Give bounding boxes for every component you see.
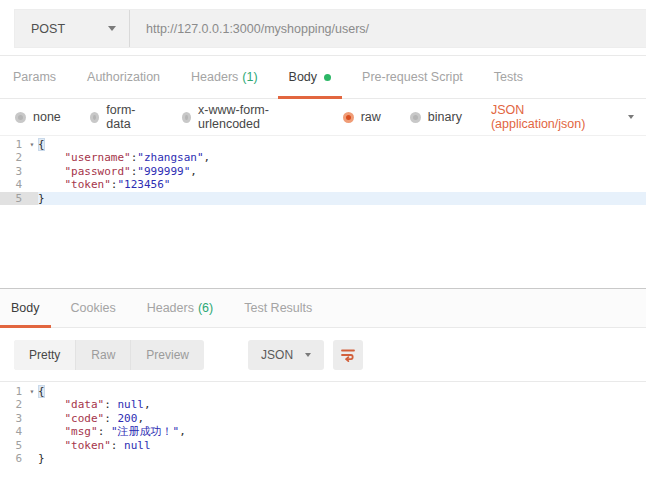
fold-caret-icon	[26, 398, 38, 411]
code-line: 5 "token": null	[0, 439, 646, 452]
line-number: 3	[0, 412, 26, 425]
response-body-editor[interactable]: 1▾{2 "data": null,3 "code": 200,4 "msg":…	[0, 382, 646, 478]
fold-caret-icon	[26, 165, 38, 178]
fold-caret-icon	[26, 192, 38, 205]
gutter: 3	[0, 165, 38, 178]
view-mode-raw[interactable]: Raw	[76, 340, 131, 370]
body-type-row: noneform-datax-www-form-urlencodedrawbin…	[0, 99, 646, 136]
tab-label: Pre-request Script	[362, 70, 463, 84]
url-section: POST http://127.0.0.1:3000/myshopping/us…	[0, 0, 646, 56]
code-text: "password":"999999",	[38, 165, 646, 178]
code-line: 2 "username":"zhangsan",	[0, 151, 646, 164]
code-line: 5}	[0, 192, 646, 205]
gutter: 5	[0, 192, 38, 205]
fold-caret-icon	[26, 439, 38, 452]
method-dropdown[interactable]: POST	[15, 10, 130, 47]
url-input[interactable]: http://127.0.0.1:3000/myshopping/users/	[130, 10, 646, 47]
tab-label: Params	[13, 70, 56, 84]
wrap-text-button[interactable]	[333, 340, 363, 370]
gutter: 5	[0, 439, 38, 452]
code-text: "token":"123456"	[38, 178, 646, 191]
tab-body[interactable]: Body	[278, 56, 343, 98]
radio-icon	[90, 112, 100, 123]
response-tab-test-results[interactable]: Test Results	[233, 289, 323, 327]
tab-headers[interactable]: Headers(1)	[180, 56, 269, 98]
code-text: }	[38, 192, 646, 205]
code-text: "username":"zhangsan",	[38, 151, 646, 164]
radio-icon	[343, 112, 354, 123]
gutter: 3	[0, 412, 38, 425]
gutter: 4	[0, 178, 38, 191]
radio-label: binary	[428, 110, 462, 124]
content-type-label: JSON (application/json)	[491, 103, 614, 131]
code-line: 3 "code": 200,	[0, 412, 646, 425]
url-text: http://127.0.0.1:3000/myshopping/users/	[146, 22, 369, 36]
request-url-bar: POST http://127.0.0.1:3000/myshopping/us…	[14, 9, 646, 48]
tab-count-badge: (6)	[198, 301, 213, 315]
radio-label: raw	[361, 110, 381, 124]
code-text: "code": 200,	[38, 412, 646, 425]
gutter: 1▾	[0, 385, 38, 398]
code-line: 4 "token":"123456"	[0, 178, 646, 191]
response-tab-body[interactable]: Body	[0, 289, 51, 327]
body-type-form-data[interactable]: form-data	[90, 103, 153, 131]
tab-authorization[interactable]: Authorization	[76, 56, 171, 98]
code-line: 4 "msg": "注册成功！",	[0, 425, 646, 438]
view-mode-segment: PrettyRawPreview	[14, 340, 204, 370]
code-line: 3 "password":"999999",	[0, 165, 646, 178]
tab-label: Headers	[147, 301, 194, 315]
gutter: 2	[0, 398, 38, 411]
code-text: "data": null,	[38, 398, 646, 411]
wrap-text-icon	[339, 346, 357, 364]
radio-icon	[182, 112, 192, 123]
response-format-dropdown[interactable]: JSON	[248, 340, 324, 370]
line-number: 5	[0, 192, 26, 205]
body-type-radios: noneform-datax-www-form-urlencodedrawbin…	[15, 103, 491, 131]
body-type-none[interactable]: none	[15, 110, 61, 124]
view-mode-preview[interactable]: Preview	[131, 340, 204, 370]
tab-label: Tests	[494, 70, 523, 84]
radio-label: form-data	[106, 103, 152, 131]
code-text: "msg": "注册成功！",	[38, 425, 646, 438]
tab-label: Cookies	[71, 301, 116, 315]
code-line: 2 "data": null,	[0, 398, 646, 411]
fold-caret-icon	[26, 151, 38, 164]
tab-tests[interactable]: Tests	[483, 56, 534, 98]
fold-caret-icon: ▾	[26, 385, 38, 398]
gutter: 1▾	[0, 138, 38, 151]
radio-icon	[15, 112, 26, 123]
tab-pre-request-script[interactable]: Pre-request Script	[351, 56, 474, 98]
line-number: 6	[0, 452, 26, 465]
body-type-raw[interactable]: raw	[343, 110, 381, 124]
code-text: }	[38, 452, 646, 465]
fold-caret-icon	[26, 452, 38, 465]
body-type-binary[interactable]: binary	[410, 110, 462, 124]
radio-label: x-www-form-urlencoded	[198, 103, 314, 131]
view-mode-pretty[interactable]: Pretty	[14, 340, 76, 370]
fold-caret-icon	[26, 178, 38, 191]
content-type-dropdown[interactable]: JSON (application/json)	[491, 103, 634, 131]
code-text: "token": null	[38, 439, 646, 452]
fold-caret-icon	[26, 425, 38, 438]
tab-params[interactable]: Params	[2, 56, 67, 98]
fold-caret-icon: ▾	[26, 138, 38, 151]
radio-label: none	[33, 110, 61, 124]
line-number: 2	[0, 398, 26, 411]
body-type-x-www-form-urlencoded[interactable]: x-www-form-urlencoded	[182, 103, 314, 131]
gutter: 4	[0, 425, 38, 438]
tab-label: Authorization	[87, 70, 160, 84]
response-toolbar: PrettyRawPreview JSON	[0, 328, 646, 382]
code-line: 1▾{	[0, 385, 646, 398]
response-tab-cookies[interactable]: Cookies	[60, 289, 127, 327]
response-tab-headers[interactable]: Headers(6)	[136, 289, 225, 327]
line-number: 1	[0, 138, 26, 151]
tab-count-badge: (1)	[242, 70, 257, 84]
tab-label: Body	[289, 70, 318, 84]
line-number: 3	[0, 165, 26, 178]
request-tabs: ParamsAuthorizationHeaders(1)BodyPre-req…	[0, 56, 646, 99]
code-line: 1▾{	[0, 138, 646, 151]
request-body-editor[interactable]: 1▾{2 "username":"zhangsan",3 "password":…	[0, 136, 646, 288]
code-line: 6}	[0, 452, 646, 465]
radio-icon	[410, 112, 421, 123]
code-text: {	[38, 138, 646, 151]
